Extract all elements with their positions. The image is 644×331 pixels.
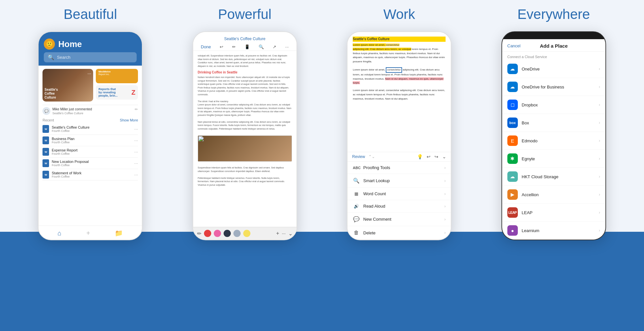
review-label[interactable]: Review: [352, 154, 365, 159]
pen-more-icon[interactable]: ···: [282, 231, 286, 236]
phone3-inner: Seattle's Coffee Culture Lorem ipsum dol…: [347, 32, 451, 240]
smart-lookup-icon: 🔍: [353, 178, 360, 184]
expand-icon[interactable]: ⌄: [442, 154, 446, 159]
card-label: Seattle'sCoffeeCulture: [44, 88, 58, 100]
leap-icon: LEAP: [507, 207, 518, 218]
selected-word: consectetur: [386, 67, 402, 73]
nav-home-icon[interactable]: ⌂: [58, 229, 61, 237]
phone-icon[interactable]: 📱: [245, 44, 250, 49]
menu-item-proofing[interactable]: ABC Proofing Tools ›: [347, 162, 451, 174]
onedrive-biz-label: OneDrive for Business: [522, 85, 595, 89]
menu-item-word-count[interactable]: ▦ Word Count ›: [347, 188, 451, 200]
phone-everywhere: Cancel Add a Place Connect a Cloud Servi…: [501, 31, 606, 240]
service-item-learnium[interactable]: ● Learnium ›: [502, 222, 605, 240]
file-item-2[interactable]: W Business Plan Fourth Coffee ···: [42, 135, 138, 146]
review-expand-icon[interactable]: ⌃⌄: [368, 154, 375, 159]
edmodo-label: Edmodo: [522, 138, 595, 143]
p1-card-area: Seattle'sCoffeeCulture ··· MedMetre Repo…: [42, 69, 138, 102]
file-sub-2: Fourth Coffee: [52, 141, 131, 144]
p3-doc-area: Seattle's Coffee Culture Lorem ipsum dol…: [347, 32, 451, 152]
menu-item-new-comment[interactable]: 💬 New Comment ›: [347, 213, 451, 226]
file-dots-3[interactable]: ···: [134, 149, 138, 154]
search-placeholder: Search: [57, 55, 70, 60]
proofing-icon: ABC: [353, 166, 360, 170]
pen-expand-icon[interactable]: ⌄: [288, 230, 293, 237]
file-dots-2[interactable]: ···: [134, 138, 138, 143]
file-dots-4[interactable]: ···: [134, 161, 138, 166]
file-info-4: New Location Proposal Fourth Coffee: [52, 160, 131, 167]
p3-toolbar: Review ⌃⌄ 💡 ↩ ↪ ⌄: [347, 152, 451, 161]
share-icon[interactable]: ↗: [273, 44, 276, 49]
service-item-onedrive-biz[interactable]: ☁ OneDrive for Business ›: [502, 78, 605, 96]
pen-red[interactable]: [204, 230, 211, 237]
service-item-onedrive[interactable]: ☁ OneDrive ›: [502, 60, 605, 78]
file-item-1[interactable]: W Seattle's Coffee Culture Fourth Coffee…: [42, 123, 138, 135]
menu-item-delete[interactable]: 🗑 Delete ›: [347, 226, 451, 240]
pen-icon[interactable]: ✏: [232, 44, 236, 49]
phone4-inner: Cancel Add a Place Connect a Cloud Servi…: [502, 32, 605, 240]
columns: Beautiful 🙂 Home 🔍 Search: [0, 0, 644, 240]
search-toolbar-icon[interactable]: 🔍: [259, 44, 264, 49]
service-item-egnyte[interactable]: ✱ Egnyte ›: [502, 150, 605, 168]
column-work: Work Seattle's Coffee Culture Lorem ipsu…: [324, 7, 474, 240]
redo-icon[interactable]: ↪: [434, 154, 438, 159]
p2-pen-toolbar: ✏ + ··· ⌄: [193, 227, 297, 240]
file-item-4[interactable]: W New Location Proposal Fourth Coffee ··…: [42, 158, 138, 169]
service-item-edmodo[interactable]: E Edmodo ›: [502, 132, 605, 150]
file-icon-1: W: [42, 125, 49, 133]
p1-bottom-nav: ⌂ + 📁: [39, 226, 142, 240]
proofing-chevron-icon: ›: [444, 166, 446, 170]
card-more-icon[interactable]: ···: [87, 71, 91, 76]
nav-add-icon[interactable]: +: [86, 229, 90, 237]
service-item-accellion[interactable]: ▶ Accellion ›: [502, 186, 605, 204]
read-aloud-icon: 🔊: [353, 204, 360, 209]
dropbox-label: Dropbox: [522, 102, 595, 107]
cancel-button[interactable]: Cancel: [507, 43, 520, 48]
menu-item-read-aloud[interactable]: 🔊 Read Aloud ›: [347, 200, 451, 213]
pen-black[interactable]: [224, 230, 231, 237]
file-item-3[interactable]: W Expense Report Fourth Coffee ···: [42, 146, 138, 158]
pen-add-icon[interactable]: +: [276, 230, 279, 236]
learnium-icon: ●: [507, 225, 518, 236]
service-item-dropbox[interactable]: ◻ Dropbox ›: [502, 96, 605, 114]
delete-text: Delete: [363, 230, 441, 235]
undo-icon[interactable]: ↩: [220, 44, 223, 49]
menu-item-smart-lookup[interactable]: 🔍 Smart Lookup ›: [347, 174, 451, 188]
p2-doc-area: volutpat elit. Suspendisse interdum quam…: [193, 51, 297, 227]
edmodo-chevron-icon: ›: [599, 138, 600, 143]
nav-files-icon[interactable]: 📁: [115, 229, 123, 237]
done-button[interactable]: Done: [201, 44, 211, 49]
column-title-beautiful: Beautiful: [64, 7, 117, 22]
pen-gray[interactable]: [233, 230, 241, 237]
side-card-1[interactable]: MedMetre Report Inc.: [96, 69, 138, 83]
p3-toolbar-icons: 💡 ↩ ↪ ⌄: [417, 154, 446, 159]
pencil-icon: ✏: [197, 230, 201, 237]
search-bar[interactable]: 🔍 Search: [44, 52, 137, 62]
file-item-5[interactable]: W Statement of Work Fourth Coffee ···: [42, 169, 138, 181]
pen-yellow[interactable]: [243, 230, 250, 237]
column-title-powerful: Powerful: [218, 7, 271, 22]
service-item-leap[interactable]: LEAP LEAP ›: [502, 204, 605, 222]
egnyte-chevron-icon: ›: [599, 156, 600, 161]
p2-doc-title: Seattle's Coffee Culture: [193, 32, 297, 43]
column-powerful: Powerful Seattle's Coffee Culture Done ↩…: [170, 7, 320, 240]
pen-pink[interactable]: [214, 230, 221, 237]
learnium-chevron-icon: ›: [599, 228, 600, 233]
show-more-button[interactable]: Show More: [120, 118, 138, 122]
bulb-icon[interactable]: 💡: [417, 154, 423, 159]
file-icon-5: W: [42, 171, 49, 179]
phone-work: Seattle's Coffee Culture Lorem ipsum dol…: [347, 31, 451, 240]
accellion-icon: ▶: [507, 189, 518, 200]
file-icon-3: W: [42, 148, 49, 156]
p1-card-main[interactable]: Seattle'sCoffeeCulture ···: [42, 69, 93, 102]
accellion-label: Accellion: [522, 192, 595, 197]
service-item-hkt[interactable]: ☁ HKT Cloud Storage ›: [502, 168, 605, 186]
smart-lookup-chevron-icon: ›: [444, 179, 446, 183]
file-dots-1[interactable]: ···: [134, 126, 138, 132]
service-item-box[interactable]: box Box ›: [502, 114, 605, 132]
more-icon[interactable]: ···: [285, 44, 289, 49]
comment-info: Mike Miller just commented Seattle's Cof…: [52, 107, 92, 115]
side-card-2[interactable]: Reports thatby revealingpeople, brin... …: [96, 85, 138, 100]
file-dots-5[interactable]: ···: [134, 172, 138, 177]
undo-icon[interactable]: ↩: [427, 154, 431, 159]
